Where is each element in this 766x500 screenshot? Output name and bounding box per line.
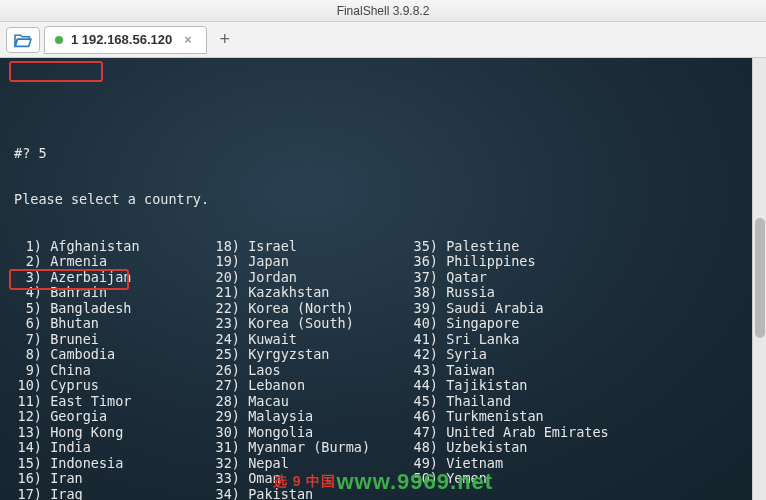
country-item: 50) Yemen <box>410 471 752 487</box>
country-item: 27) Lebanon <box>212 378 410 394</box>
terminal-line-heading: Please select a country. <box>14 192 752 208</box>
country-item: 33) Oman <box>212 471 410 487</box>
open-connection-button[interactable] <box>6 27 40 53</box>
tab-close-button[interactable]: × <box>184 32 192 47</box>
country-item: 2) Armenia <box>14 254 212 270</box>
country-item: 49) Vietnam <box>410 456 752 472</box>
vertical-scrollbar[interactable] <box>752 58 766 500</box>
country-row: 9) China26) Laos43) Taiwan <box>14 363 752 379</box>
country-row: 2) Armenia19) Japan36) Philippines <box>14 254 752 270</box>
country-item: 23) Korea (South) <box>212 316 410 332</box>
country-item: 37) Qatar <box>410 270 752 286</box>
window-titlebar: FinalShell 3.9.8.2 <box>0 0 766 22</box>
folder-open-icon <box>13 32 33 48</box>
country-item: 38) Russia <box>410 285 752 301</box>
country-row: 11) East Timor28) Macau45) Thailand <box>14 394 752 410</box>
country-columns: 1) Afghanistan18) Israel35) Palestine2) … <box>14 239 752 500</box>
country-item: 7) Brunei <box>14 332 212 348</box>
country-item: 44) Tajikistan <box>410 378 752 394</box>
country-item: 16) Iran <box>14 471 212 487</box>
country-item: 3) Azerbaijan <box>14 270 212 286</box>
status-dot-icon <box>55 36 63 44</box>
country-item: 35) Palestine <box>410 239 752 255</box>
country-item: 36) Philippines <box>410 254 752 270</box>
country-row: 10) Cyprus27) Lebanon44) Tajikistan <box>14 378 752 394</box>
country-item: 8) Cambodia <box>14 347 212 363</box>
country-item: 5) Bangladesh <box>14 301 212 317</box>
country-item: 32) Nepal <box>212 456 410 472</box>
country-item: 15) Indonesia <box>14 456 212 472</box>
country-item: 9) China <box>14 363 212 379</box>
terminal-pane[interactable]: #? 5 Please select a country. 1) Afghani… <box>0 58 766 500</box>
country-item: 20) Jordan <box>212 270 410 286</box>
country-item: 22) Korea (North) <box>212 301 410 317</box>
country-item: 6) Bhutan <box>14 316 212 332</box>
highlight-box-prompt <box>9 61 103 82</box>
country-item: 40) Singapore <box>410 316 752 332</box>
country-item: 41) Sri Lanka <box>410 332 752 348</box>
country-row: 12) Georgia29) Malaysia46) Turkmenistan <box>14 409 752 425</box>
country-item: 43) Taiwan <box>410 363 752 379</box>
country-item: 10) Cyprus <box>14 378 212 394</box>
tab-session-1[interactable]: 1 192.168.56.120 × <box>44 26 207 54</box>
country-item: 47) United Arab Emirates <box>410 425 752 441</box>
country-item: 13) Hong Kong <box>14 425 212 441</box>
terminal-line-prompt1: #? 5 <box>14 146 752 162</box>
country-row: 17) Iraq34) Pakistan <box>14 487 752 500</box>
country-item: 48) Uzbekistan <box>410 440 752 456</box>
country-item <box>410 487 752 500</box>
country-item: 18) Israel <box>212 239 410 255</box>
country-item: 30) Mongolia <box>212 425 410 441</box>
country-item: 4) Bahrain <box>14 285 212 301</box>
country-item: 17) Iraq <box>14 487 212 500</box>
new-tab-button[interactable]: + <box>211 26 239 54</box>
country-row: 4) Bahrain21) Kazakhstan38) Russia <box>14 285 752 301</box>
country-item: 46) Turkmenistan <box>410 409 752 425</box>
country-item: 19) Japan <box>212 254 410 270</box>
window-title: FinalShell 3.9.8.2 <box>337 4 430 18</box>
country-item: 11) East Timor <box>14 394 212 410</box>
country-row: 15) Indonesia32) Nepal49) Vietnam <box>14 456 752 472</box>
tab-label: 1 192.168.56.120 <box>71 32 172 47</box>
country-item: 24) Kuwait <box>212 332 410 348</box>
country-item: 25) Kyrgyzstan <box>212 347 410 363</box>
country-item: 21) Kazakhstan <box>212 285 410 301</box>
scrollbar-thumb[interactable] <box>755 218 765 338</box>
country-row: 13) Hong Kong30) Mongolia47) United Arab… <box>14 425 752 441</box>
country-row: 1) Afghanistan18) Israel35) Palestine <box>14 239 752 255</box>
country-item: 14) India <box>14 440 212 456</box>
country-item: 31) Myanmar (Burma) <box>212 440 410 456</box>
country-row: 7) Brunei24) Kuwait41) Sri Lanka <box>14 332 752 348</box>
country-item: 39) Saudi Arabia <box>410 301 752 317</box>
country-item: 1) Afghanistan <box>14 239 212 255</box>
country-item: 12) Georgia <box>14 409 212 425</box>
country-row: 5) Bangladesh22) Korea (North)39) Saudi … <box>14 301 752 317</box>
country-item: 29) Malaysia <box>212 409 410 425</box>
country-item: 28) Macau <box>212 394 410 410</box>
country-item: 34) Pakistan <box>212 487 410 500</box>
country-item: 42) Syria <box>410 347 752 363</box>
country-item: 45) Thailand <box>410 394 752 410</box>
country-row: 3) Azerbaijan20) Jordan37) Qatar <box>14 270 752 286</box>
country-item: 26) Laos <box>212 363 410 379</box>
country-row: 16) Iran33) Oman50) Yemen <box>14 471 752 487</box>
country-row: 14) India31) Myanmar (Burma)48) Uzbekist… <box>14 440 752 456</box>
country-row: 8) Cambodia25) Kyrgyzstan42) Syria <box>14 347 752 363</box>
tab-bar: 1 192.168.56.120 × + <box>0 22 766 58</box>
country-row: 6) Bhutan23) Korea (South)40) Singapore <box>14 316 752 332</box>
